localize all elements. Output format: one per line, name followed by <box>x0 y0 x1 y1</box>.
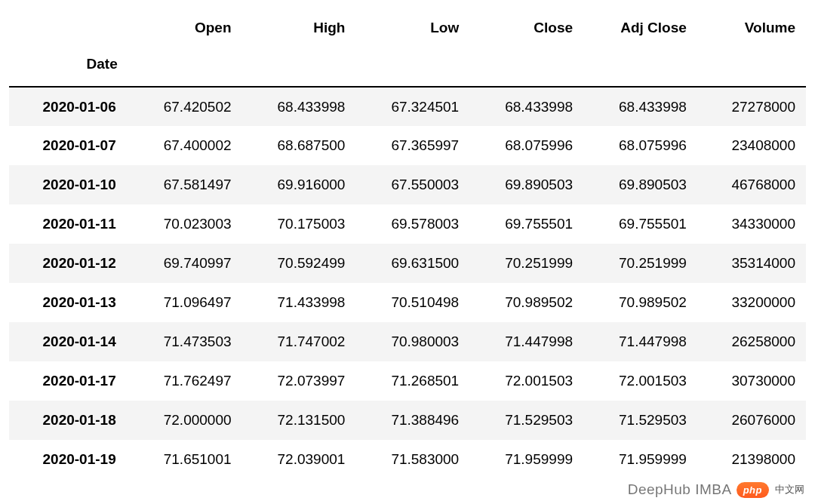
table-row: 2020-01-0767.40000268.68750067.36599768.… <box>9 126 806 165</box>
cell-value: 26258000 <box>697 322 806 361</box>
cell-value: 69.755501 <box>469 204 583 244</box>
cell-value: 71.433998 <box>242 283 356 322</box>
row-date: 2020-01-10 <box>9 165 128 204</box>
row-date: 2020-01-11 <box>9 204 128 244</box>
cell-value: 70.251999 <box>583 244 697 283</box>
cell-value: 69.631500 <box>355 244 469 283</box>
cell-value: 71.388496 <box>355 401 469 440</box>
cell-value: 67.550003 <box>355 165 469 204</box>
data-table: Open High Low Close Adj Close Volume Dat… <box>9 6 806 479</box>
cell-value: 67.324501 <box>355 87 469 126</box>
column-header-row: Open High Low Close Adj Close Volume <box>9 6 806 50</box>
table-row: 2020-01-1371.09649771.43399870.51049870.… <box>9 283 806 322</box>
cell-value: 71.747002 <box>242 322 356 361</box>
cell-value: 67.581497 <box>128 165 242 204</box>
row-date: 2020-01-18 <box>9 401 128 440</box>
blank-corner <box>9 6 128 50</box>
cell-value: 70.510498 <box>355 283 469 322</box>
col-volume: Volume <box>697 6 806 50</box>
cell-value: 70.251999 <box>469 244 583 283</box>
cell-value: 67.420502 <box>128 87 242 126</box>
col-high: High <box>242 6 356 50</box>
cell-value: 71.959999 <box>583 440 697 479</box>
row-date: 2020-01-19 <box>9 440 128 479</box>
table-row: 2020-01-1067.58149769.91600067.55000369.… <box>9 165 806 204</box>
cell-value: 35314000 <box>697 244 806 283</box>
cell-value: 71.583000 <box>355 440 469 479</box>
cell-value: 70.023003 <box>128 204 242 244</box>
cell-value: 71.447998 <box>583 322 697 361</box>
cell-value: 67.400002 <box>128 126 242 165</box>
index-label-row: Date <box>9 50 806 87</box>
cell-value: 68.433998 <box>242 87 356 126</box>
cell-value: 71.529503 <box>469 401 583 440</box>
cell-value: 72.039001 <box>242 440 356 479</box>
cell-value: 72.001503 <box>583 361 697 401</box>
cell-value: 26076000 <box>697 401 806 440</box>
col-low: Low <box>355 6 469 50</box>
cell-value: 69.578003 <box>355 204 469 244</box>
cell-value: 46768000 <box>697 165 806 204</box>
cell-value: 68.075996 <box>583 126 697 165</box>
col-open: Open <box>128 6 242 50</box>
cell-value: 71.268501 <box>355 361 469 401</box>
row-date: 2020-01-12 <box>9 244 128 283</box>
col-adj-close: Adj Close <box>583 6 697 50</box>
cell-value: 69.890503 <box>583 165 697 204</box>
cell-value: 72.000000 <box>128 401 242 440</box>
cell-value: 71.447998 <box>469 322 583 361</box>
cell-value: 69.755501 <box>583 204 697 244</box>
row-date: 2020-01-06 <box>9 87 128 126</box>
table-row: 2020-01-1269.74099770.59249969.63150070.… <box>9 244 806 283</box>
cell-value: 70.989502 <box>469 283 583 322</box>
cell-value: 68.433998 <box>583 87 697 126</box>
cell-value: 68.687500 <box>242 126 356 165</box>
cell-value: 70.980003 <box>355 322 469 361</box>
cell-value: 71.762497 <box>128 361 242 401</box>
table-row: 2020-01-1872.00000072.13150071.38849671.… <box>9 401 806 440</box>
cell-value: 67.365997 <box>355 126 469 165</box>
table-row: 2020-01-0667.42050268.43399867.32450168.… <box>9 87 806 126</box>
cell-value: 27278000 <box>697 87 806 126</box>
watermark-suffix: 中文网 <box>775 483 804 496</box>
watermark: DeepHub IMBA php 中文网 <box>628 481 804 498</box>
table-row: 2020-01-1771.76249772.07399771.26850172.… <box>9 361 806 401</box>
cell-value: 71.096497 <box>128 283 242 322</box>
cell-value: 23408000 <box>697 126 806 165</box>
cell-value: 68.433998 <box>469 87 583 126</box>
table-row: 2020-01-1471.47350371.74700270.98000371.… <box>9 322 806 361</box>
cell-value: 33200000 <box>697 283 806 322</box>
table-row: 2020-01-1170.02300370.17500369.57800369.… <box>9 204 806 244</box>
cell-value: 70.175003 <box>242 204 356 244</box>
cell-value: 71.473503 <box>128 322 242 361</box>
watermark-primary: DeepHub IMBA <box>628 481 732 498</box>
cell-value: 30730000 <box>697 361 806 401</box>
row-date: 2020-01-17 <box>9 361 128 401</box>
cell-value: 21398000 <box>697 440 806 479</box>
cell-value: 69.916000 <box>242 165 356 204</box>
row-date: 2020-01-14 <box>9 322 128 361</box>
cell-value: 70.989502 <box>583 283 697 322</box>
cell-value: 69.740997 <box>128 244 242 283</box>
row-date: 2020-01-07 <box>9 126 128 165</box>
cell-value: 72.131500 <box>242 401 356 440</box>
index-label: Date <box>9 50 128 87</box>
col-close: Close <box>469 6 583 50</box>
cell-value: 72.001503 <box>469 361 583 401</box>
php-logo-icon: php <box>737 482 769 498</box>
cell-value: 71.529503 <box>583 401 697 440</box>
cell-value: 70.592499 <box>242 244 356 283</box>
cell-value: 68.075996 <box>469 126 583 165</box>
row-date: 2020-01-13 <box>9 283 128 322</box>
table-row: 2020-01-1971.65100172.03900171.58300071.… <box>9 440 806 479</box>
cell-value: 69.890503 <box>469 165 583 204</box>
cell-value: 34330000 <box>697 204 806 244</box>
cell-value: 71.959999 <box>469 440 583 479</box>
cell-value: 72.073997 <box>242 361 356 401</box>
cell-value: 71.651001 <box>128 440 242 479</box>
table-body: 2020-01-0667.42050268.43399867.32450168.… <box>9 87 806 479</box>
